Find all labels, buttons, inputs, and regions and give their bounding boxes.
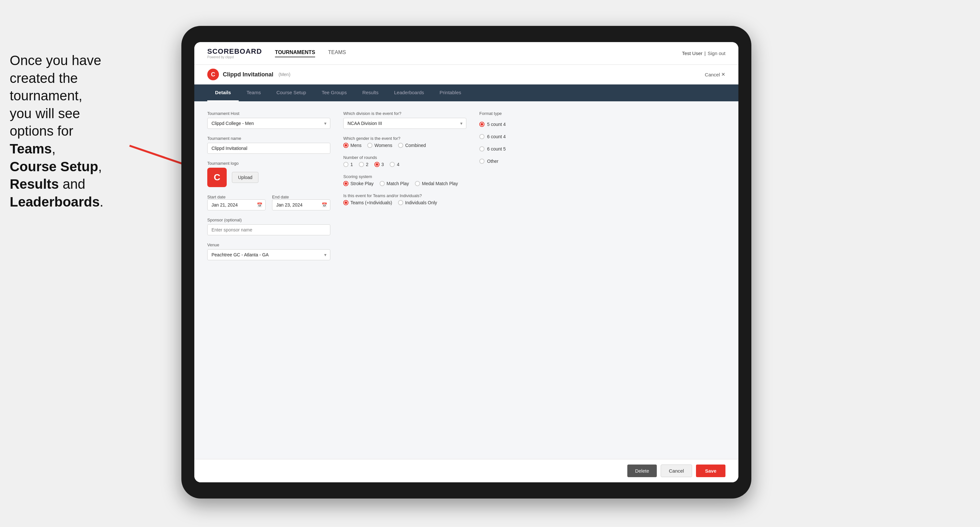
logo-label: Tournament logo: [207, 161, 330, 166]
top-navigation: SCOREBOARD Powered by clippd TOURNAMENTS…: [194, 42, 738, 65]
format-6count4-label: 6 count 4: [487, 134, 506, 139]
start-date-group: Start date 📅: [207, 194, 266, 210]
rounds-3-radio[interactable]: [374, 162, 380, 167]
tournament-title: Clippd Invitational: [223, 71, 273, 78]
user-nav: Test User | Sign out: [682, 51, 725, 56]
tournament-bar: C Clippd Invitational (Men) Cancel ✕: [194, 65, 738, 84]
tab-leaderboards[interactable]: Leaderboards: [387, 84, 432, 101]
venue-select[interactable]: Peachtree GC - Atlanta - GA: [207, 249, 330, 260]
scoring-match[interactable]: Match Play: [380, 181, 409, 186]
gender-mens-radio[interactable]: [343, 143, 348, 148]
host-label: Tournament Host: [207, 111, 330, 116]
rounds-4-label: 4: [397, 162, 399, 167]
form-col-middle: Which division is the event for? NCAA Di…: [343, 111, 466, 449]
host-select[interactable]: Clippd College - Men: [207, 118, 330, 129]
tab-details[interactable]: Details: [207, 84, 239, 101]
teams-plus-individuals[interactable]: Teams (+Individuals): [343, 200, 392, 205]
rounds-2-radio[interactable]: [359, 162, 364, 167]
tab-bar: Details Teams Course Setup Tee Groups Re…: [194, 84, 738, 101]
gender-combined-label: Combined: [405, 143, 426, 148]
cancel-top-button[interactable]: Cancel ✕: [705, 71, 725, 77]
sponsor-label: Sponsor (optional): [207, 217, 330, 222]
user-name[interactable]: Test User: [682, 51, 702, 56]
rounds-3[interactable]: 3: [374, 162, 384, 167]
individuals-only-radio[interactable]: [398, 200, 403, 205]
rounds-2[interactable]: 2: [359, 162, 369, 167]
scoring-stroke-radio[interactable]: [343, 181, 348, 186]
teams-radio-group: Teams (+Individuals) Individuals Only: [343, 200, 466, 205]
tournament-subtitle: (Men): [278, 72, 291, 77]
gender-combined[interactable]: Combined: [398, 143, 426, 148]
format-6count4-radio[interactable]: [479, 134, 485, 139]
venue-select-wrapper: Peachtree GC - Atlanta - GA: [207, 249, 330, 260]
scoring-medal-match-radio[interactable]: [415, 181, 420, 186]
rounds-1-radio[interactable]: [343, 162, 348, 167]
individuals-only[interactable]: Individuals Only: [398, 200, 437, 205]
main-content: Tournament Host Clippd College - Men Tou…: [194, 101, 738, 459]
teams-plus-radio[interactable]: [343, 200, 348, 205]
instruction-text: Once you have created the tournament, yo…: [0, 45, 146, 217]
host-select-wrapper: Clippd College - Men: [207, 118, 330, 129]
host-group: Tournament Host Clippd College - Men: [207, 111, 330, 129]
nav-tournaments[interactable]: TOURNAMENTS: [275, 49, 315, 57]
end-date-wrapper: 📅: [272, 199, 330, 210]
delete-button[interactable]: Delete: [627, 465, 657, 477]
logo-preview: C: [207, 168, 227, 187]
upload-button[interactable]: Upload: [232, 172, 258, 183]
tournament-logo-circle: C: [207, 68, 219, 80]
end-date-calendar-icon: 📅: [321, 202, 327, 208]
division-select[interactable]: NCAA Division III: [343, 118, 466, 129]
scoring-label: Scoring system: [343, 174, 466, 179]
tab-course-setup[interactable]: Course Setup: [269, 84, 314, 101]
format-5count4[interactable]: 5 count 4: [479, 122, 583, 127]
save-button[interactable]: Save: [696, 465, 725, 477]
tab-results[interactable]: Results: [355, 84, 387, 101]
division-select-wrapper: NCAA Division III: [343, 118, 466, 129]
tab-printables[interactable]: Printables: [432, 84, 469, 101]
gender-radio-group: Mens Womens Combined: [343, 143, 466, 148]
format-6count5-radio[interactable]: [479, 146, 485, 151]
rounds-radio-group: 1 2 3 4: [343, 162, 466, 167]
cancel-button[interactable]: Cancel: [661, 465, 692, 477]
logo-upload-area: C Upload: [207, 168, 330, 187]
format-other-radio[interactable]: [479, 159, 485, 164]
scoring-medal-match-label: Medal Match Play: [422, 181, 458, 186]
scoring-match-radio[interactable]: [380, 181, 385, 186]
gender-combined-radio[interactable]: [398, 143, 403, 148]
tab-tee-groups[interactable]: Tee Groups: [314, 84, 355, 101]
sponsor-input[interactable]: [207, 224, 330, 235]
rounds-4[interactable]: 4: [390, 162, 399, 167]
format-other[interactable]: Other: [479, 159, 583, 164]
nav-separator: |: [705, 51, 706, 56]
venue-group: Venue Peachtree GC - Atlanta - GA: [207, 243, 330, 260]
logo-area: SCOREBOARD Powered by clippd: [207, 48, 262, 59]
rounds-group: Number of rounds 1 2 3: [343, 155, 466, 167]
gender-mens[interactable]: Mens: [343, 143, 361, 148]
sign-out-link[interactable]: Sign out: [708, 51, 725, 56]
rounds-4-radio[interactable]: [390, 162, 395, 167]
format-6count5-label: 6 count 5: [487, 146, 506, 151]
start-date-calendar-icon: 📅: [257, 202, 262, 208]
gender-womens[interactable]: Womens: [367, 143, 392, 148]
action-bar: Delete Cancel Save: [194, 459, 738, 483]
tab-teams[interactable]: Teams: [239, 84, 269, 101]
scoring-medal-match[interactable]: Medal Match Play: [415, 181, 458, 186]
nav-teams[interactable]: TEAMS: [328, 49, 346, 57]
scoring-radio-group: Stroke Play Match Play Medal Match Play: [343, 181, 466, 186]
scoring-stroke[interactable]: Stroke Play: [343, 181, 374, 186]
logo-group: Tournament logo C Upload: [207, 161, 330, 187]
format-6count4[interactable]: 6 count 4: [479, 134, 583, 139]
sponsor-group: Sponsor (optional): [207, 217, 330, 235]
date-row: Start date 📅 End date 📅: [207, 194, 330, 210]
start-date-label: Start date: [207, 195, 225, 199]
division-label: Which division is the event for?: [343, 111, 466, 116]
rounds-1[interactable]: 1: [343, 162, 353, 167]
tablet-device: SCOREBOARD Powered by clippd TOURNAMENTS…: [181, 26, 751, 498]
format-6count5[interactable]: 6 count 5: [479, 146, 583, 151]
format-5count4-radio[interactable]: [479, 122, 485, 127]
rounds-label: Number of rounds: [343, 155, 466, 160]
gender-womens-radio[interactable]: [367, 143, 372, 148]
name-input[interactable]: [207, 143, 330, 154]
gender-womens-label: Womens: [374, 143, 392, 148]
scoring-stroke-label: Stroke Play: [350, 181, 374, 186]
